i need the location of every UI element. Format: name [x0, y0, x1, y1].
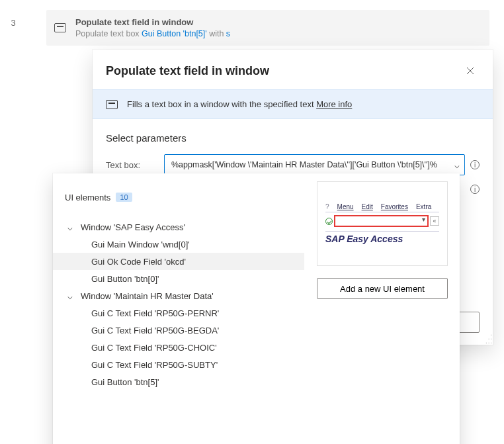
thumb-menu-item: Favorites — [381, 203, 408, 210]
section-title: Select parameters — [106, 132, 480, 144]
tree-leaf[interactable]: Gui C Text Field 'RP50G-SUBTY' — [53, 356, 304, 373]
tree-parent[interactable]: ⌵Window 'SAP Easy Access' — [53, 218, 304, 236]
thumb-menu-item: Edit — [362, 203, 373, 210]
flow-step-row: 3 Populate text field in window Populate… — [0, 10, 489, 46]
tree-leaf[interactable]: Gui Main Window 'wnd[0]' — [53, 236, 304, 253]
dialog-header: Populate text field in window — [93, 50, 493, 89]
dialog-title: Populate text field in window — [106, 64, 269, 78]
tree-item-label: Gui Button 'btn[5]' — [91, 377, 159, 387]
thumb-menu-item: ? — [325, 203, 329, 210]
flow-step-card[interactable]: Populate text field in window Populate t… — [46, 10, 489, 46]
step-sub-prefix: Populate text box — [75, 29, 142, 38]
preview-panel: ?MenuEditFavoritesExtra « SAP Easy Acces… — [317, 181, 448, 299]
tree-item-label: Window 'Maintain HR Master Data' — [81, 291, 214, 301]
dialog-right-button[interactable] — [457, 312, 480, 333]
populate-text-icon — [54, 23, 66, 32]
textbox-wrapper: ⌵ — [164, 154, 465, 175]
tree-leaf[interactable]: Gui C Text Field 'RP50G-BEGDA' — [53, 322, 304, 339]
tree-leaf[interactable]: Gui Ok Code Field 'okcd' — [53, 253, 304, 270]
tree-leaf[interactable]: Gui C Text Field 'RP50G-CHOIC' — [53, 339, 304, 356]
thumb-toolbar: « — [325, 215, 439, 227]
sap-title: SAP Easy Access — [325, 231, 439, 244]
dialog-info-bar: Fills a text box in a window with the sp… — [93, 89, 493, 119]
tree-parent[interactable]: ⌵Window 'Maintain HR Master Data' — [53, 287, 304, 304]
ui-elements-popover: UI elements 10 ⌵Window 'SAP Easy Access'… — [53, 173, 460, 444]
ui-elements-title: UI elements — [65, 193, 110, 202]
tree-item-label: Gui Button 'btn[0]' — [91, 274, 159, 284]
tree-item-label: Gui Main Window 'wnd[0]' — [91, 240, 190, 249]
close-icon — [466, 67, 474, 75]
tree-item-label: Gui Ok Code Field 'okcd' — [91, 257, 186, 267]
tree-leaf[interactable]: Gui C Text Field 'RP50G-PERNR' — [53, 304, 304, 322]
step-subtitle: Populate text box Gui Button 'btn[5]' wi… — [75, 28, 230, 40]
tree-item-label: Gui C Text Field 'RP50G-CHOIC' — [91, 343, 217, 353]
chevron-down-icon: ⌵ — [67, 291, 78, 301]
info-text-wrap: Fills a text box in a window with the sp… — [127, 99, 352, 109]
param-row-textbox: Text box: ⌵ i — [106, 154, 480, 175]
info-text: Fills a text box in a window with the sp… — [127, 99, 316, 109]
step-sub-link2[interactable]: s — [226, 29, 230, 38]
param-info-icon-2[interactable]: i — [470, 185, 480, 194]
textbox-icon — [106, 100, 118, 109]
tree-item-label: Window 'SAP Easy Access' — [81, 222, 185, 232]
step-number: 3 — [0, 10, 26, 28]
param-info-icon[interactable]: i — [470, 160, 480, 169]
step-text-block: Populate text field in window Populate t… — [75, 17, 230, 39]
param-label: Text box: — [106, 160, 159, 170]
add-ui-element-button[interactable]: Add a new UI element — [317, 278, 448, 299]
close-button[interactable] — [461, 62, 480, 80]
thumb-menubar: ?MenuEditFavoritesExtra — [325, 203, 439, 212]
tree-leaf[interactable]: Gui Button 'btn[5]' — [53, 373, 304, 390]
ui-elements-count: 10 — [116, 193, 132, 202]
collapse-icon: « — [430, 216, 439, 226]
ok-check-icon — [325, 218, 333, 225]
textbox-input[interactable] — [164, 154, 465, 175]
preview-thumbnail: ?MenuEditFavoritesExtra « SAP Easy Acces… — [317, 181, 448, 266]
step-sub-link[interactable]: Gui Button 'btn[5]' — [142, 29, 207, 38]
highlighted-field — [334, 215, 429, 227]
more-info-link[interactable]: More info — [316, 99, 352, 109]
thumb-menu-item: Extra — [416, 203, 431, 210]
thumb-menu-item: Menu — [337, 203, 354, 210]
tree-item-label: Gui C Text Field 'RP50G-PERNR' — [91, 308, 219, 318]
tree-leaf[interactable]: Gui Button 'btn[0]' — [53, 270, 304, 287]
resize-grip-icon[interactable]: .. .. . . — [485, 332, 491, 343]
step-title: Populate text field in window — [75, 17, 230, 28]
tree-item-label: Gui C Text Field 'RP50G-SUBTY' — [91, 360, 218, 370]
chevron-down-icon: ⌵ — [67, 222, 78, 232]
step-sub-mid: with — [207, 29, 226, 38]
tree-item-label: Gui C Text Field 'RP50G-BEGDA' — [91, 326, 219, 335]
